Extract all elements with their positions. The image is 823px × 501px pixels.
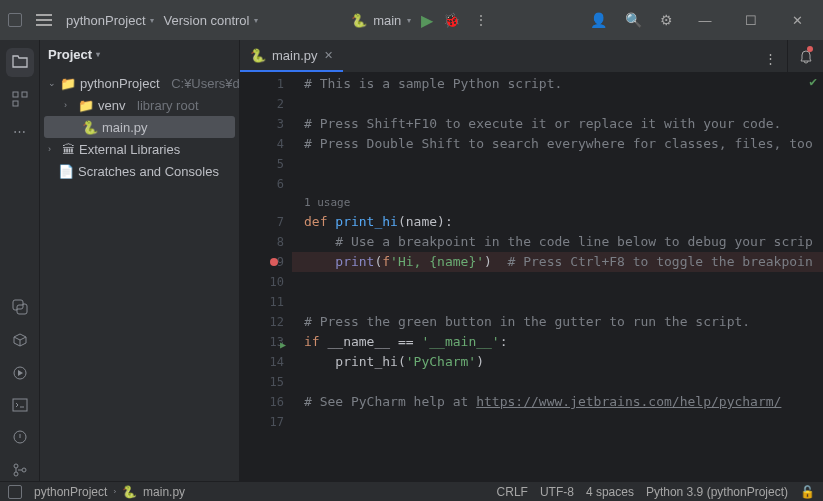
python-console-tool-icon[interactable] [12,299,28,318]
left-tool-stripe: ⋯ [0,40,40,481]
notifications-button[interactable] [787,40,823,72]
gutter: 1 2 3 4 5 6 7 8 9 10 11 12 ▶13 14 15 16 … [240,72,292,481]
line-number[interactable]: 3 [240,114,292,134]
debug-button[interactable]: 🐞 [443,12,460,28]
svg-rect-4 [13,399,27,411]
project-tree: ⌄ 📁 pythonProject C:¥Users¥deve › 📁 venv… [40,68,239,186]
python-file-icon: 🐍 [250,48,266,63]
line-number[interactable]: 4 [240,134,292,154]
chevron-down-icon: ▾ [150,16,154,25]
vcs-tool-icon[interactable] [12,462,28,481]
version-control-dropdown[interactable]: Version control ▾ [164,13,258,28]
settings-gear-icon[interactable]: ⚙ [656,8,677,32]
project-selector[interactable]: pythonProject ▾ [66,13,154,28]
line-number[interactable]: 17 [240,412,292,432]
problems-tool-icon[interactable] [12,429,28,448]
gutter-spacer [240,194,292,212]
line-number[interactable]: 9 [240,252,292,272]
more-tools-icon[interactable]: ⋯ [13,124,26,139]
line-number[interactable]: 5 [240,154,292,174]
search-everywhere-icon[interactable]: 🔍 [621,8,646,32]
line-number[interactable]: 7 [240,212,292,232]
tree-scratches[interactable]: 📄 Scratches and Consoles [40,160,239,182]
status-bar: pythonProject › 🐍 main.py CRLF UTF-8 4 s… [0,481,823,501]
encoding-widget[interactable]: UTF-8 [540,485,574,499]
editor: 🐍 main.py ✕ ⋮ 1 2 3 4 5 6 7 8 [240,40,823,481]
line-number[interactable]: 11 [240,292,292,312]
line-number[interactable]: 1 [240,74,292,94]
project-tool-window: Project ▾ ⌄ 📁 pythonProject C:¥Users¥dev… [40,40,240,481]
svg-rect-1 [22,92,27,97]
svg-point-7 [14,472,18,476]
tree-main-file[interactable]: 🐍 main.py [44,116,235,138]
line-number[interactable]: 6 [240,174,292,194]
line-number[interactable]: ▶13 [240,332,292,352]
run-config-name: main [373,13,401,28]
tab-label: main.py [272,48,318,63]
line-number[interactable]: 16 [240,392,292,412]
packages-tool-icon[interactable] [12,332,28,351]
terminal-tool-icon[interactable] [12,398,28,415]
tree-label: venv [98,98,125,113]
editor-tab-bar: 🐍 main.py ✕ ⋮ [240,40,787,72]
scratch-icon: 📄 [58,164,74,179]
tab-options-button[interactable]: ⋮ [758,45,783,72]
line-number[interactable]: 14 [240,352,292,372]
project-tool-icon[interactable] [6,48,34,77]
vc-label: Version control [164,13,250,28]
chevron-right-icon: › [113,487,116,496]
python-file-icon: 🐍 [82,120,98,135]
maximize-button[interactable]: ☐ [733,13,769,28]
lock-icon[interactable]: 🔓 [800,485,815,499]
library-icon: 🏛 [62,142,75,157]
close-button[interactable]: ✕ [779,13,815,28]
minimize-button[interactable]: — [687,13,723,28]
folder-icon: 📁 [78,98,94,113]
interpreter-widget[interactable]: Python 3.9 (pythonProject) [646,485,788,499]
tree-external-libs[interactable]: › 🏛 External Libraries [40,138,239,160]
tree-hint: library root [137,98,198,113]
usage-hint[interactable]: 1 usage [292,194,823,212]
code-area[interactable]: ✔ # This is a sample Python script. # Pr… [292,72,823,481]
indent-widget[interactable]: 4 spaces [586,485,634,499]
expand-arrow-icon[interactable]: › [48,144,58,154]
svg-point-6 [14,464,18,468]
line-number[interactable]: 8 [240,232,292,252]
chevron-down-icon: ▾ [407,16,411,25]
editor-tab[interactable]: 🐍 main.py ✕ [240,40,343,72]
breadcrumb-item[interactable]: pythonProject [34,485,107,499]
run-button[interactable]: ▶ [421,11,433,30]
close-tab-icon[interactable]: ✕ [324,49,333,62]
tree-root[interactable]: ⌄ 📁 pythonProject C:¥Users¥deve [40,72,239,94]
main-menu-button[interactable] [32,10,56,30]
panel-title: Project [48,47,92,62]
inspection-ok-icon[interactable]: ✔ [809,74,817,89]
chevron-down-icon: ▾ [254,16,258,25]
project-panel-header[interactable]: Project ▾ [40,40,239,68]
line-number[interactable]: 15 [240,372,292,392]
line-number[interactable]: 2 [240,94,292,114]
tree-label: External Libraries [79,142,180,157]
breakpoint-icon[interactable] [270,258,278,266]
more-actions-button[interactable]: ⋮ [470,8,492,32]
tool-windows-icon[interactable] [8,485,22,499]
line-number[interactable]: 12 [240,312,292,332]
tree-label: pythonProject [80,76,160,91]
code-with-me-icon[interactable]: 👤 [586,8,611,32]
run-configuration-dropdown[interactable]: 🐍 main ▾ [351,13,411,28]
tree-label: Scratches and Consoles [78,164,219,179]
tree-venv[interactable]: › 📁 venv library root [40,94,239,116]
tree-label: main.py [102,120,148,135]
services-tool-icon[interactable] [12,365,28,384]
line-separator-widget[interactable]: CRLF [497,485,528,499]
expand-arrow-icon[interactable]: ⌄ [48,78,56,88]
expand-arrow-icon[interactable]: › [64,100,74,110]
folder-icon: 📁 [60,76,76,91]
line-number[interactable]: 10 [240,272,292,292]
project-name: pythonProject [66,13,146,28]
svg-point-8 [22,468,26,472]
structure-tool-icon[interactable] [12,91,28,110]
notification-dot-icon [807,46,813,52]
breadcrumb-item[interactable]: main.py [143,485,185,499]
breadcrumb[interactable]: pythonProject › 🐍 main.py [34,485,185,499]
